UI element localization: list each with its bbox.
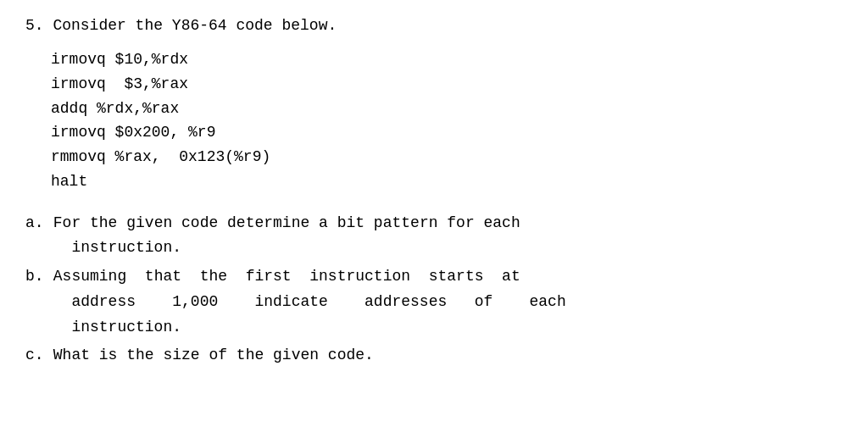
code-line-1: irmovq $10,%rdx	[51, 47, 843, 72]
code-line-5: rmmovq %rax, 0x123(%r9)	[51, 145, 843, 169]
sub-question-a-label: a.	[25, 211, 44, 236]
code-line-6: halt	[51, 169, 843, 194]
question-intro-text: Consider the Y86-64 code below.	[53, 17, 337, 34]
code-line-3: addq %rdx,%rax	[51, 97, 843, 121]
questions-section: a. For the given code determine a bit pa…	[25, 211, 843, 369]
question-header: 5. Consider the Y86-64 code below.	[25, 17, 843, 34]
sub-question-c: c. What is the size of the given code.	[25, 343, 843, 369]
code-line-4: irmovq $0x200, %r9	[51, 120, 843, 145]
sub-question-b-label: b.	[25, 264, 44, 290]
code-line-2: irmovq $3,%rax	[51, 72, 843, 97]
sub-question-c-text: What is the size of the given code.	[44, 343, 374, 369]
sub-question-c-label: c.	[25, 343, 44, 369]
page-content: 5. Consider the Y86-64 code below. irmov…	[25, 17, 843, 369]
question-number-label: 5.	[25, 17, 53, 34]
sub-question-b: b. Assuming that the first instruction s…	[25, 264, 843, 340]
sub-question-a-text: For the given code determine a bit patte…	[44, 211, 520, 261]
sub-question-b-text: Assuming that the first instruction star…	[44, 264, 566, 340]
code-block: irmovq $10,%rdx irmovq $3,%rax addq %rdx…	[51, 47, 843, 194]
sub-question-a: a. For the given code determine a bit pa…	[25, 211, 843, 261]
